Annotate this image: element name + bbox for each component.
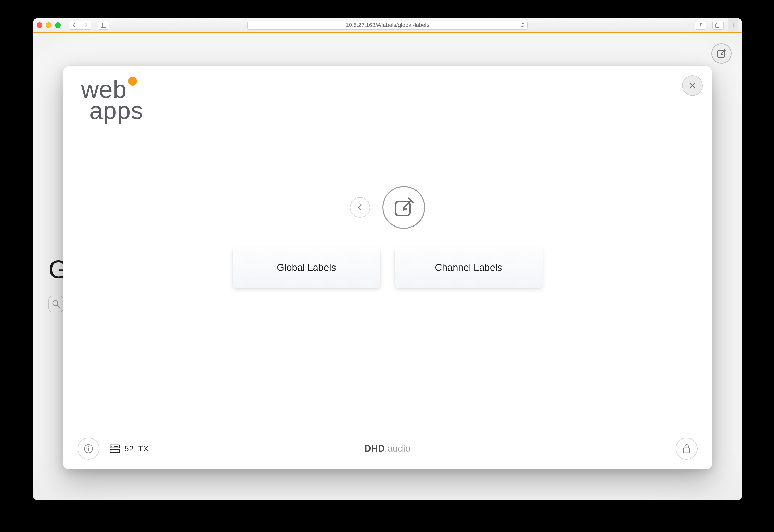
lock-button[interactable] — [676, 438, 698, 460]
address-bar-url: 10.5.27.163/#/labels/global-labels — [346, 22, 429, 29]
nav-buttons — [69, 21, 91, 30]
menu-cards: Global Labels Channel Labels — [232, 247, 543, 288]
labels-section-icon — [382, 186, 425, 229]
address-bar[interactable]: 10.5.27.163/#/labels/global-labels — [247, 21, 528, 30]
window-controls — [37, 22, 61, 28]
webapps-logo: web apps — [81, 79, 143, 122]
close-icon — [688, 82, 697, 90]
card-label: Channel Labels — [435, 262, 502, 273]
card-global-labels[interactable]: Global Labels — [232, 247, 380, 288]
svg-point-9 — [88, 446, 89, 447]
window-close-button[interactable] — [37, 22, 42, 28]
share-icon — [698, 22, 703, 28]
svg-point-13 — [111, 450, 112, 451]
new-tab-button[interactable]: + — [728, 18, 738, 32]
forward-button[interactable] — [80, 21, 91, 30]
section-header-row — [350, 186, 425, 229]
device-indicator: 52_TX — [110, 444, 148, 454]
reload-button[interactable] — [520, 23, 525, 28]
brand-label: DHD.audio — [364, 443, 411, 454]
device-name: 52_TX — [124, 444, 148, 454]
background-edit-button[interactable] — [711, 43, 732, 64]
edit-icon — [716, 48, 727, 59]
card-channel-labels[interactable]: Channel Labels — [395, 247, 543, 288]
sidebar-toggle-button[interactable] — [98, 21, 109, 30]
app-menu-modal: web apps Global Labels Ch — [63, 66, 712, 469]
tabs-icon — [715, 23, 721, 28]
brand-light: .audio — [385, 443, 411, 454]
svg-rect-16 — [684, 448, 690, 453]
browser-titlebar: 10.5.27.163/#/labels/global-labels + — [33, 18, 742, 32]
chevron-left-icon — [357, 204, 363, 211]
window-zoom-button[interactable] — [55, 22, 61, 28]
chevron-left-icon — [73, 23, 76, 28]
edit-icon — [392, 196, 416, 219]
svg-point-12 — [111, 446, 112, 447]
chevron-right-icon — [84, 23, 87, 28]
tabs-button[interactable] — [712, 21, 724, 30]
info-icon — [83, 444, 94, 454]
svg-rect-0 — [101, 23, 106, 27]
back-button[interactable] — [69, 21, 80, 30]
sidebar-icon — [101, 23, 106, 28]
search-icon — [52, 300, 60, 308]
browser-window: 10.5.27.163/#/labels/global-labels + — [33, 18, 742, 500]
close-button[interactable] — [682, 75, 703, 96]
logo-dot-icon — [128, 77, 137, 86]
share-button[interactable] — [695, 21, 706, 30]
brand-bold: DHD — [364, 443, 385, 454]
reload-icon — [520, 23, 525, 28]
svg-rect-3 — [715, 24, 719, 27]
card-label: Global Labels — [277, 262, 336, 273]
info-button[interactable] — [77, 438, 99, 460]
lock-icon — [682, 444, 691, 454]
plus-icon: + — [731, 21, 735, 29]
window-minimize-button[interactable] — [46, 22, 51, 28]
modal-footer: 52_TX DHD.audio — [63, 437, 712, 460]
background-search-field[interactable] — [48, 296, 64, 312]
page-content: G web apps — [33, 33, 742, 500]
device-icon — [110, 444, 120, 453]
toolbar-right: + — [692, 18, 738, 32]
svg-line-5 — [57, 305, 60, 308]
logo-text-line2: apps — [89, 100, 143, 122]
nav-back-button[interactable] — [350, 197, 370, 218]
